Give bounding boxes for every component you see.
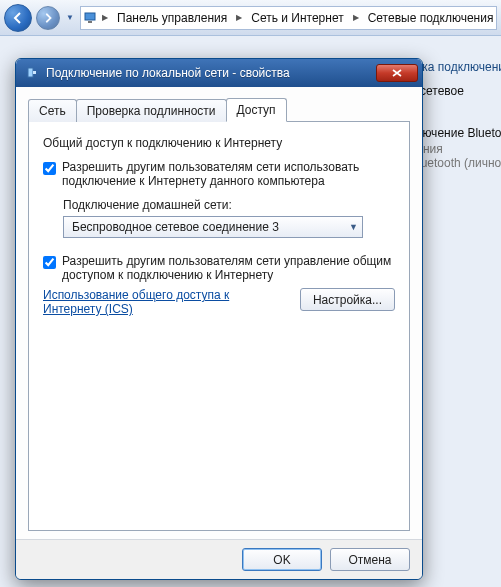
list-item[interactable]: ключение Bluetooth чения Bluetooth (личн… [410, 126, 500, 170]
panel-heading: тика подключения [410, 60, 500, 74]
properties-dialog: Подключение по локальной сети - свойства… [15, 58, 423, 580]
tab-sharing-pane: Общий доступ к подключению к Интернету Р… [28, 121, 410, 531]
tabstrip: Сеть Проверка подлинности Доступ [28, 98, 410, 122]
history-dropdown[interactable]: ▼ [64, 9, 76, 27]
allow-control-row[interactable]: Разрешить другим пользователям сети упра… [43, 254, 395, 282]
dialog-body: Сеть Проверка подлинности Доступ Общий д… [16, 87, 422, 539]
chevron-down-icon: ▼ [349, 222, 358, 232]
svg-rect-1 [88, 21, 92, 23]
home-connection-combo[interactable]: Беспроводное сетевое соединение 3 ▼ [63, 216, 363, 238]
close-button[interactable] [376, 64, 418, 82]
settings-button[interactable]: Настройка... [300, 288, 395, 311]
ok-button[interactable]: OK [242, 548, 322, 571]
network-icon [83, 9, 99, 27]
crumb-network-connections[interactable]: Сетевые подключения [362, 7, 497, 29]
section-title: Общий доступ к подключению к Интернету [43, 136, 395, 150]
allow-sharing-label: Разрешить другим пользователям сети испо… [62, 160, 395, 188]
connections-panel-fragment: тика подключения е сетевое 2 ключение Bl… [410, 60, 500, 182]
cancel-button[interactable]: Отмена [330, 548, 410, 571]
titlebar[interactable]: Подключение по локальной сети - свойства [16, 59, 422, 87]
tab-network[interactable]: Сеть [28, 99, 77, 122]
crumb-network-internet[interactable]: Сеть и Интернет [245, 7, 349, 29]
ics-help-link[interactable]: Использование общего доступа к Интернету… [43, 288, 253, 316]
allow-control-label: Разрешить другим пользователям сети упра… [62, 254, 395, 282]
arrow-right-icon [43, 13, 53, 23]
tab-sharing[interactable]: Доступ [226, 98, 287, 122]
back-button[interactable] [4, 4, 32, 32]
chevron-right-icon[interactable]: ▶ [99, 13, 111, 22]
chevron-right-icon[interactable]: ▶ [233, 13, 245, 22]
allow-sharing-row[interactable]: Разрешить другим пользователям сети испо… [43, 160, 395, 188]
svg-rect-0 [85, 13, 95, 20]
combo-value: Беспроводное сетевое соединение 3 [72, 220, 349, 234]
adapter-icon [24, 65, 40, 81]
explorer-nav: ▼ ▶ Панель управления ▶ Сеть и Интернет … [0, 0, 501, 36]
forward-button[interactable] [36, 6, 60, 30]
home-connection-label: Подключение домашней сети: [63, 198, 395, 212]
tab-authentication[interactable]: Проверка подлинности [76, 99, 227, 122]
address-bar[interactable]: ▶ Панель управления ▶ Сеть и Интернет ▶ … [80, 6, 497, 30]
svg-rect-2 [28, 68, 33, 77]
svg-rect-3 [33, 71, 36, 74]
chevron-right-icon[interactable]: ▶ [350, 13, 362, 22]
allow-control-checkbox[interactable] [43, 256, 56, 269]
dialog-button-bar: OK Отмена [16, 539, 422, 579]
allow-sharing-checkbox[interactable] [43, 162, 56, 175]
close-icon [392, 69, 402, 77]
list-item[interactable]: е сетевое 2 [410, 84, 500, 114]
dialog-title: Подключение по локальной сети - свойства [46, 66, 376, 80]
crumb-control-panel[interactable]: Панель управления [111, 7, 233, 29]
arrow-left-icon [12, 12, 24, 24]
